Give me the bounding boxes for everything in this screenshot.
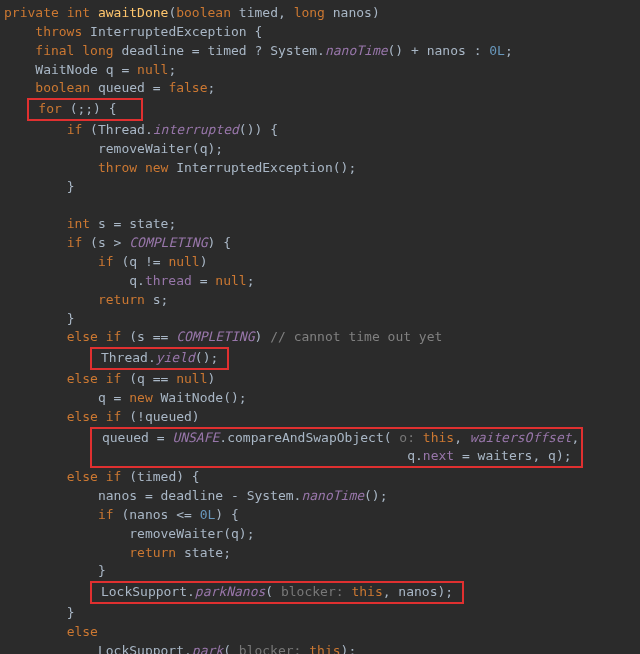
tok: waitersOffset <box>470 430 572 445</box>
tok: null <box>215 273 246 288</box>
tok: nanos = deadline - System. <box>98 488 302 503</box>
tok: = <box>192 273 215 288</box>
tok: else if <box>67 469 122 484</box>
tok: .compareAndSwapObject( <box>219 430 399 445</box>
tok: return <box>129 545 176 560</box>
tok: deadline = timed ? System. <box>121 43 325 58</box>
tok: if <box>98 254 114 269</box>
tok: timed <box>239 5 278 20</box>
tok: } <box>67 179 75 194</box>
inlay-hint: o: <box>399 430 422 445</box>
tok: (nanos <= <box>121 507 199 522</box>
tok: (!queued) <box>129 409 199 424</box>
tok: else if <box>67 409 122 424</box>
tok: final <box>35 43 74 58</box>
tok: ( <box>265 584 281 599</box>
tok: InterruptedException { <box>90 24 262 39</box>
tok: , nanos); <box>383 584 453 599</box>
tok: ) <box>208 371 216 386</box>
tok: false <box>168 80 207 95</box>
tok: yield <box>156 350 195 365</box>
method-name: awaitDone <box>98 5 168 20</box>
tok: WaitNode q = <box>35 62 137 77</box>
tok: nanoTime <box>301 488 364 503</box>
tok: null <box>137 62 168 77</box>
tok: return <box>98 292 145 307</box>
tok: thread <box>145 273 192 288</box>
tok: nanoTime <box>325 43 388 58</box>
tok: else <box>67 624 98 639</box>
tok: } <box>67 311 75 326</box>
tok: int <box>67 216 90 231</box>
tok: q = <box>98 390 129 405</box>
tok: if <box>67 235 83 250</box>
tok: Thread. <box>101 350 156 365</box>
tok: this <box>423 430 454 445</box>
tok: int <box>67 5 90 20</box>
tok: ) { <box>215 507 238 522</box>
tok: (q == <box>129 371 176 386</box>
tok: private <box>4 5 59 20</box>
tok: ) <box>255 329 271 344</box>
tok: this <box>309 643 340 654</box>
tok: queued = <box>98 80 168 95</box>
tok: q. <box>129 273 145 288</box>
comment: // cannot time out yet <box>270 329 442 344</box>
tok: } <box>67 605 75 620</box>
inlay-hint: blocker: <box>239 643 309 654</box>
tok: (;;) { <box>70 101 117 116</box>
tok: next <box>423 448 454 463</box>
tok: queued = <box>102 430 172 445</box>
tok: q. <box>407 448 423 463</box>
tok: , <box>454 430 470 445</box>
tok: (s == <box>129 329 176 344</box>
tok: (q != <box>121 254 168 269</box>
tok: } <box>98 563 106 578</box>
tok: interrupted <box>153 122 239 137</box>
tok: ; <box>505 43 513 58</box>
tok: this <box>351 584 382 599</box>
tok: InterruptedException(); <box>176 160 356 175</box>
tok: LockSupport. <box>101 584 195 599</box>
tok: new <box>129 390 152 405</box>
tok: if <box>98 507 114 522</box>
tok: parkNanos <box>195 584 265 599</box>
tok: nanos <box>333 5 372 20</box>
inlay-hint: blocker: <box>281 584 351 599</box>
tok: , <box>572 430 580 445</box>
highlight-box: queued = UNSAFE.compareAndSwapObject( o:… <box>90 427 583 469</box>
code-block: private int awaitDone(boolean timed, lon… <box>0 0 640 654</box>
tok: () + nanos : <box>388 43 490 58</box>
tok: (Thread. <box>90 122 153 137</box>
tok: else if <box>67 371 122 386</box>
tok: (); <box>364 488 387 503</box>
tok: long <box>82 43 113 58</box>
tok: LockSupport. <box>98 643 192 654</box>
tok: throw new <box>98 160 168 175</box>
tok: else if <box>67 329 122 344</box>
tok: ; <box>247 273 255 288</box>
highlight-box: for (;;) { <box>27 98 143 121</box>
tok: removeWaiter(q); <box>129 526 254 541</box>
tok: state; <box>184 545 231 560</box>
tok: long <box>294 5 325 20</box>
tok: s; <box>153 292 169 307</box>
tok: COMPLETING <box>176 329 254 344</box>
highlight-box: Thread.yield(); <box>90 347 229 370</box>
tok: boolean <box>35 80 90 95</box>
tok: WaitNode(); <box>161 390 247 405</box>
tok: ) <box>200 254 208 269</box>
tok: (s > <box>90 235 129 250</box>
tok: boolean <box>176 5 231 20</box>
tok: (); <box>195 350 218 365</box>
tok: UNSAFE <box>172 430 219 445</box>
tok: ); <box>341 643 357 654</box>
tok: if <box>67 122 83 137</box>
tok: ( <box>223 643 239 654</box>
tok: 0L <box>200 507 216 522</box>
tok: null <box>168 254 199 269</box>
tok: removeWaiter(q); <box>98 141 223 156</box>
tok: s = state; <box>98 216 176 231</box>
tok: park <box>192 643 223 654</box>
tok: ; <box>168 62 176 77</box>
